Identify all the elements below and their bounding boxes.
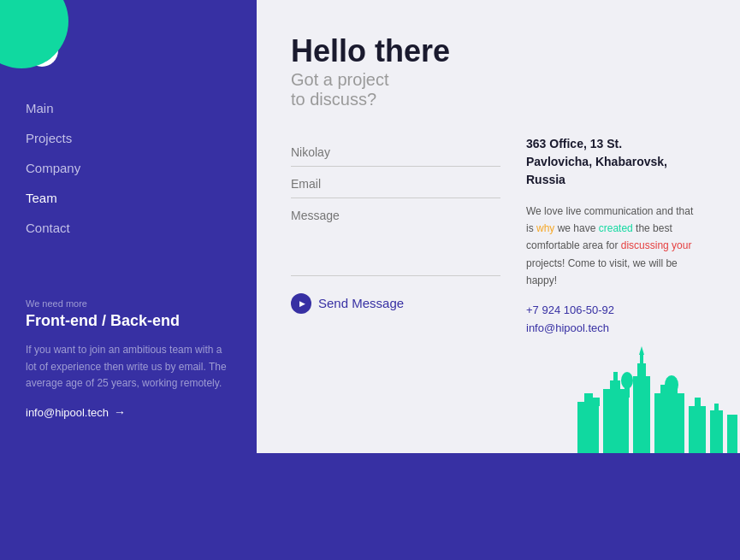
svg-rect-13	[689, 406, 706, 453]
sidebar-item-company[interactable]: Company	[26, 161, 231, 175]
svg-rect-15	[710, 410, 723, 453]
phone-number[interactable]: +7 924 106-50-92	[526, 304, 697, 316]
page-title: Hello there	[291, 34, 697, 68]
address: 363 Office, 13 St.Pavlovicha, Khabarovsk…	[526, 135, 697, 189]
message-field	[291, 198, 500, 276]
sidebar-item-projects[interactable]: Projects	[26, 131, 231, 145]
message-input[interactable]	[291, 209, 500, 268]
sidebar-item-team[interactable]: Team	[26, 191, 231, 205]
svg-rect-0	[577, 402, 599, 453]
svg-rect-11	[654, 393, 684, 453]
sidebar: Main Projects Company Team Contact We ne…	[0, 0, 257, 453]
svg-marker-8	[639, 346, 644, 355]
contact-email[interactable]: info@hipool.tech	[526, 321, 697, 334]
svg-rect-20	[727, 415, 737, 453]
email-field	[291, 167, 500, 198]
svg-rect-7	[640, 355, 643, 365]
sidebar-bottom: We need more Front-end / Back-end If you…	[26, 298, 231, 436]
sidebar-email[interactable]: info@hipool.tech →	[26, 405, 231, 419]
we-need-label: We need more	[26, 298, 231, 309]
svg-rect-6	[637, 363, 646, 379]
svg-rect-18	[669, 385, 674, 398]
send-icon	[291, 293, 311, 314]
city-skyline	[569, 342, 740, 453]
svg-rect-19	[593, 398, 600, 406]
job-title: Front-end / Back-end	[26, 312, 231, 330]
sidebar-item-main[interactable]: Main	[26, 101, 231, 115]
svg-rect-1	[584, 393, 593, 406]
sidebar-item-contact[interactable]: Contact	[26, 221, 231, 235]
sidebar-nav: Main Projects Company Team Contact	[26, 101, 231, 235]
send-button[interactable]: Send Message	[291, 293, 500, 314]
svg-rect-2	[603, 389, 629, 453]
job-description: If you want to join an ambitious team wi…	[26, 342, 231, 392]
description-text: We love live communication and that is w…	[526, 203, 697, 290]
contact-section: Send Message 363 Office, 13 St.Pavlovich…	[291, 135, 697, 427]
svg-rect-16	[714, 404, 719, 412]
contact-form: Send Message	[291, 135, 500, 427]
name-field	[291, 135, 500, 167]
svg-rect-5	[633, 376, 650, 453]
name-input[interactable]	[291, 145, 500, 159]
svg-rect-4	[613, 372, 618, 382]
contact-info: 363 Office, 13 St.Pavlovicha, Khabarovsk…	[526, 135, 697, 427]
email-input[interactable]	[291, 177, 500, 191]
svg-rect-14	[695, 398, 701, 408]
arrow-icon: →	[114, 405, 126, 419]
svg-rect-10	[625, 380, 630, 398]
bottom-bar	[0, 453, 740, 560]
send-label: Send Message	[318, 296, 404, 310]
page-subtitle: Got a projectto discuss?	[291, 70, 697, 109]
main-content: Hello there Got a projectto discuss? Sen…	[257, 0, 740, 453]
